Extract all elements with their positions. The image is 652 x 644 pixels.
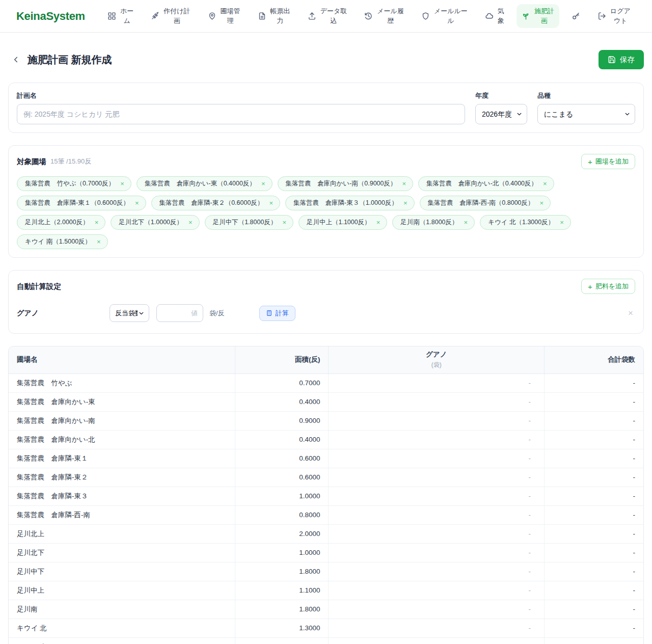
field-tag-label: 集落営農 倉庫向かい-南（0.9000反） [286,179,397,188]
nav-item-weather[interactable]: 気 象 [480,4,509,28]
cell-area: 1.5000 [235,637,329,644]
remove-field-icon[interactable]: × [376,219,381,226]
remove-field-icon[interactable]: × [95,219,99,226]
nav-item-label: データ取 込 [320,7,347,25]
calc-value-input[interactable] [156,304,203,322]
table-row: 集落営農 倉庫隣-西-南 0.8000 - - [9,505,643,524]
logout-icon [597,12,606,20]
remove-field-icon[interactable]: × [282,219,286,226]
field-tag: 集落営農 倉庫隣-西-南（0.8000反） × [420,196,551,210]
calculate-button[interactable]: 計算 [259,306,295,321]
nav-item-data-import[interactable]: データ取 込 [303,4,352,28]
remove-field-icon[interactable]: × [97,238,101,245]
cell-total: - [545,411,643,430]
remove-field-icon[interactable]: × [403,200,408,206]
remove-field-icon[interactable]: × [261,180,265,187]
cell-field-name: 集落営農 倉庫隣-東３ [9,487,235,505]
remove-field-icon[interactable]: × [269,200,273,206]
field-tag-label: 集落営農 倉庫向かい-東（0.4000反） [145,179,256,188]
cell-area: 0.6000 [235,449,329,468]
calc-mode-select[interactable]: 反当袋数 [110,304,149,322]
field-tag: 足川中下（1.8000反） × [205,215,293,230]
grid-icon [107,12,116,20]
nav-item-fertilization-plan[interactable]: 施肥計 画 [517,4,559,28]
nav-item-report-output[interactable]: 帳票出 力 [253,4,295,28]
page-title: 施肥計画 新規作成 [28,53,112,67]
cell-area: 0.4000 [235,392,329,411]
year-select[interactable]: 2026年度 [475,104,527,124]
table-row: 集落営農 倉庫隣-東１ 0.6000 - - [9,449,643,468]
add-fertilizer-button[interactable]: + 肥料を追加 [581,279,635,294]
cell-area: 2.0000 [235,524,329,543]
table-row: キウイ 北 1.3000 - - [9,619,643,637]
nav-item-password[interactable] [566,9,585,23]
cell-field-name: 足川中下 [9,562,235,581]
field-tag-label: 足川北上（2.0000反） [25,218,89,227]
table-row: 足川北下 1.0000 - - [9,543,643,562]
plan-name-label: 計画名 [17,91,465,100]
cell-total: - [545,392,643,411]
remove-field-icon[interactable]: × [402,180,406,187]
table-header-row: 圃場名 面積(反) グアノ (袋) 合計袋数 [9,346,643,373]
remove-field-icon[interactable]: × [135,200,139,206]
cell-guano: - [329,543,545,562]
back-button[interactable] [9,53,22,66]
cell-guano: - [329,637,545,644]
cell-total: - [545,373,643,392]
field-tag: キウイ 北（1.3000反） × [480,215,571,230]
cell-total: - [545,468,643,487]
cell-total: - [545,562,643,581]
remove-field-icon[interactable]: × [540,200,544,206]
cell-total: - [545,581,643,600]
document-icon [258,12,266,20]
col-header-guano-name: グアノ [426,351,447,358]
field-tag: 足川南（1.8000反） × [392,215,475,230]
cell-guano: - [329,487,545,505]
plan-name-input[interactable] [17,104,465,124]
cell-total: - [545,505,643,524]
remove-field-icon[interactable]: × [464,219,468,226]
col-header-area: 面積(反) [235,346,329,373]
variety-select[interactable]: にこまる [537,104,635,124]
cell-guano: - [329,524,545,543]
nav-item-field-management[interactable]: 圃場管 理 [203,4,246,28]
upload-icon [308,12,316,20]
remove-fertilizer-icon[interactable]: × [626,308,635,318]
nav-item-logout[interactable]: ログア ウト [592,4,636,28]
year-label: 年度 [475,91,527,100]
cell-guano: - [329,392,545,411]
field-tag-label: キウイ 南（1.5000反） [25,237,91,246]
table-row: 集落営農 倉庫向かい-北 0.4000 - - [9,430,643,449]
field-tag: 集落営農 倉庫向かい-北（0.4000反） × [418,176,554,191]
field-tag-label: 集落営農 竹やぶ（0.7000反） [25,179,115,188]
plus-icon: + [588,158,592,166]
nav-item-label: 気 象 [498,7,504,25]
nav-item-mail-rules[interactable]: メールルー ル [416,4,473,28]
add-field-button[interactable]: + 圃場を追加 [581,154,635,169]
save-button-label: 保存 [620,55,635,65]
save-button[interactable]: 保存 [599,50,644,69]
cell-guano: - [329,505,545,524]
target-fields-card: 対象圃場 15筆 /15.90反 + 圃場を追加 集落営農 竹やぶ（0.7000… [8,145,644,258]
field-tag-label: 足川中上（1.1000反） [307,218,371,227]
field-tag: キウイ 南（1.5000反） × [17,234,108,249]
cell-field-name: 足川北上 [9,524,235,543]
nav-item-planting-plan[interactable]: 作付け計 画 [146,4,195,28]
nav-item-mail-history[interactable]: メール履 歴 [359,4,409,28]
nav-item-home[interactable]: ホー ム [102,4,139,28]
remove-field-icon[interactable]: × [560,219,564,226]
remove-field-icon[interactable]: × [188,219,193,226]
cell-area: 1.1000 [235,581,329,600]
table-row: キウイ 南 1.5000 - - [9,637,643,644]
remove-field-icon[interactable]: × [120,180,124,187]
cell-area: 1.0000 [235,487,329,505]
field-tag-label: 集落営農 倉庫向かい-北（0.4000反） [426,179,537,188]
field-tag: 集落営農 竹やぶ（0.7000反） × [17,176,131,191]
remove-field-icon[interactable]: × [543,180,547,187]
table-row: 集落営農 倉庫向かい-南 0.9000 - - [9,411,643,430]
field-tag-label: 足川南（1.8000反） [400,218,458,227]
chevron-left-icon [11,55,20,64]
cell-guano: - [329,619,545,637]
nav-item-label: メール履 歴 [377,7,404,25]
cell-field-name: 集落営農 倉庫向かい-東 [9,392,235,411]
